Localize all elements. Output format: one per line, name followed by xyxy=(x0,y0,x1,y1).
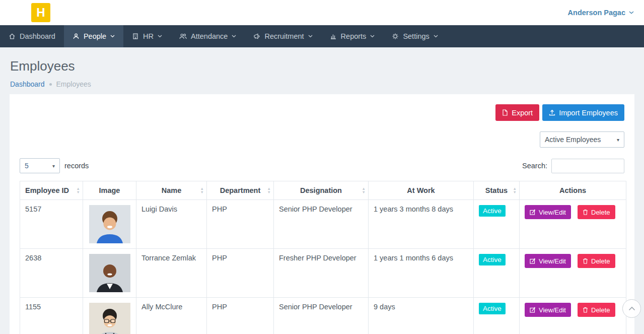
cell-designation: Senior PHP Developer xyxy=(274,298,369,334)
gear-icon xyxy=(392,33,399,40)
table-row: 5157 Luigi Davis PHP Senior PHP Develope… xyxy=(20,200,626,249)
header-name[interactable]: Name▲▼ xyxy=(136,181,207,200)
view-edit-button[interactable]: View/Edit xyxy=(525,205,571,219)
users-icon xyxy=(179,33,187,40)
employee-status-filter-select[interactable]: Active Employees ▾ xyxy=(540,131,624,148)
cell-department: PHP xyxy=(207,298,274,334)
status-badge: Active xyxy=(479,254,506,265)
view-edit-button[interactable]: View/Edit xyxy=(525,254,571,268)
cell-at-work: 1 years 1 months 6 days xyxy=(369,249,474,298)
nav-item-reports[interactable]: Reports xyxy=(321,25,384,47)
chevron-down-icon xyxy=(434,35,438,38)
cell-actions: View/Edit Delete xyxy=(520,249,626,298)
user-menu[interactable]: Anderson Pagac xyxy=(568,9,634,17)
import-button-label: Import Employees xyxy=(559,109,618,117)
upload-icon xyxy=(549,109,555,116)
import-employees-button[interactable]: Import Employees xyxy=(542,104,624,121)
sort-arrows-icon: ▲▼ xyxy=(200,187,204,194)
export-button-label: Export xyxy=(512,109,533,117)
search-input[interactable] xyxy=(551,159,624,173)
trash-icon xyxy=(583,209,588,215)
export-file-icon xyxy=(502,109,508,116)
card-toolbar: Export Import Employees xyxy=(20,104,624,121)
scroll-to-top-button[interactable] xyxy=(622,299,641,318)
main-nav: Dashboard People HR Attendance Recruitme… xyxy=(0,25,644,47)
cell-department: PHP xyxy=(207,200,274,249)
cell-actions: View/Edit Delete xyxy=(520,298,626,334)
header-employee-id[interactable]: Employee ID▲▼ xyxy=(20,181,83,200)
cell-at-work: 1 years 3 months 8 days xyxy=(369,200,474,249)
edit-icon xyxy=(530,307,536,313)
megaphone-icon xyxy=(253,33,260,40)
nav-item-settings[interactable]: Settings xyxy=(383,25,446,47)
header-department[interactable]: Department▲▼ xyxy=(207,181,274,200)
export-button[interactable]: Export xyxy=(495,104,539,121)
nav-item-people[interactable]: People xyxy=(64,25,123,47)
header-designation[interactable]: Designation▲▼ xyxy=(274,181,369,200)
header-at-work[interactable]: At Work xyxy=(369,181,474,200)
chevron-down-icon xyxy=(158,35,162,38)
cell-image xyxy=(83,200,136,249)
records-per-page-value: 5 xyxy=(25,162,29,170)
breadcrumb-dashboard-link[interactable]: Dashboard xyxy=(10,80,45,88)
cell-status: Active xyxy=(474,200,520,249)
records-per-page-select[interactable]: 5 ▾ xyxy=(20,158,60,173)
nav-item-label: Reports xyxy=(341,32,367,40)
cell-employee-id: 5157 xyxy=(20,200,83,249)
employee-photo xyxy=(89,254,130,292)
nav-item-label: HR xyxy=(143,32,154,40)
breadcrumb-separator xyxy=(49,83,52,86)
select-arrow-icon: ▾ xyxy=(617,137,619,143)
search-label: Search: xyxy=(522,162,547,170)
records-control: 5 ▾ records xyxy=(20,158,89,173)
cell-status: Active xyxy=(474,249,520,298)
app-logo[interactable]: H xyxy=(31,3,50,22)
cell-employee-id: 2638 xyxy=(20,249,83,298)
nav-item-hr[interactable]: HR xyxy=(123,25,171,47)
sort-arrows-icon: ▲▼ xyxy=(513,187,517,194)
trash-icon xyxy=(583,307,588,313)
view-edit-button[interactable]: View/Edit xyxy=(525,303,571,317)
cell-status: Active xyxy=(474,298,520,334)
cell-department: PHP xyxy=(207,249,274,298)
header-image[interactable]: Image xyxy=(83,181,136,200)
reports-icon xyxy=(330,33,337,40)
sort-arrows-icon: ▲▼ xyxy=(267,187,271,194)
nav-item-attendance[interactable]: Attendance xyxy=(171,25,245,47)
cell-designation: Senior PHP Developer xyxy=(274,200,369,249)
app-logo-letter: H xyxy=(36,6,45,20)
chevron-down-icon xyxy=(110,35,115,38)
chevron-down-icon xyxy=(232,35,236,38)
edit-icon xyxy=(530,258,536,264)
search-control: Search: xyxy=(522,159,624,173)
home-icon xyxy=(9,33,16,40)
nav-item-recruitment[interactable]: Recruitment xyxy=(245,25,321,47)
user-name: Anderson Pagac xyxy=(568,9,625,17)
table-header-row: Employee ID▲▼ Image Name▲▼ Department▲▼ … xyxy=(20,181,626,200)
chevron-down-icon xyxy=(629,11,634,14)
cell-image xyxy=(83,249,136,298)
employee-photo xyxy=(89,303,130,334)
topbar: H Anderson Pagac xyxy=(0,0,644,25)
sort-arrows-icon: ▲▼ xyxy=(362,187,366,194)
table-row: 1155 Ally McClure PHP xyxy=(20,298,626,334)
edit-icon xyxy=(530,209,536,215)
delete-button[interactable]: Delete xyxy=(578,205,615,219)
sort-arrows-icon: ▲▼ xyxy=(77,187,80,194)
breadcrumb: Dashboard Employees xyxy=(10,80,634,88)
cell-actions: View/Edit Delete xyxy=(520,200,626,249)
chevron-up-icon xyxy=(628,306,635,311)
delete-button[interactable]: Delete xyxy=(578,254,615,268)
status-badge: Active xyxy=(479,303,506,314)
chevron-down-icon xyxy=(308,35,313,38)
employees-card: Export Import Employees Active Employees… xyxy=(10,94,634,334)
nav-item-label: Recruitment xyxy=(264,32,304,40)
delete-button[interactable]: Delete xyxy=(578,303,615,317)
header-status[interactable]: Status▲▼ xyxy=(474,181,520,200)
cell-name: Ally McClure xyxy=(136,298,207,334)
filter-row: Active Employees ▾ xyxy=(20,131,624,148)
nav-item-label: People xyxy=(84,32,106,40)
nav-item-dashboard[interactable]: Dashboard xyxy=(0,25,64,47)
status-filter-value: Active Employees xyxy=(545,136,601,144)
header-actions[interactable]: Actions xyxy=(520,181,626,200)
